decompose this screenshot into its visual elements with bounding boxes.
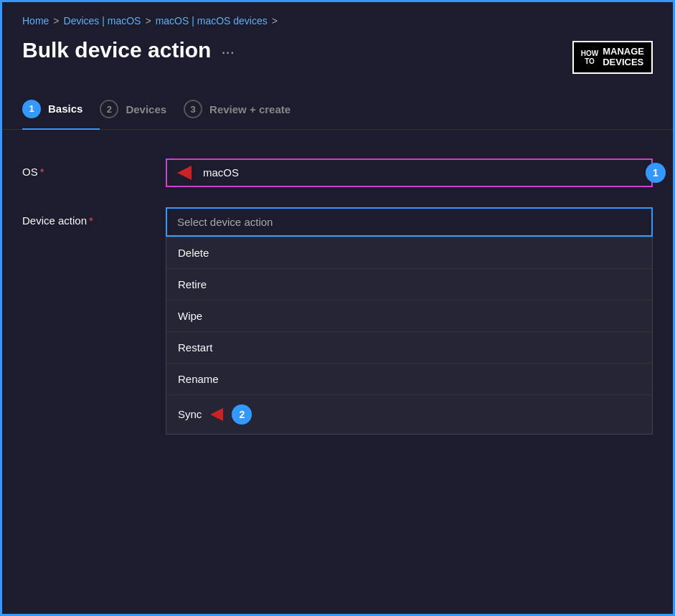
sync-badge: 2 — [232, 404, 252, 425]
logo-to: TO — [585, 57, 595, 65]
tab-devices-label: Devices — [126, 103, 166, 115]
breadcrumb-devices-macos[interactable]: Devices | macOS — [64, 15, 141, 27]
os-control-area: macOS 1 — [166, 158, 653, 187]
logo: HOW TO MANAGE DEVICES — [572, 41, 653, 74]
page-container: Home > Devices | macOS > macOS | macOS d… — [0, 0, 675, 616]
logo-devices: DEVICES — [603, 57, 644, 68]
device-action-required: * — [89, 214, 93, 227]
device-action-placeholder-text: Select device action — [177, 216, 273, 228]
title-area: Bulk device action ··· — [22, 38, 235, 62]
logo-how-to: HOW TO — [581, 49, 598, 65]
breadcrumb: Home > Devices | macOS > macOS | macOS d… — [2, 2, 673, 34]
dropdown-item-rename[interactable]: Rename — [166, 364, 652, 395]
dropdown-item-restart[interactable]: Restart — [166, 332, 652, 364]
os-input[interactable]: macOS — [166, 158, 653, 187]
dropdown-item-delete[interactable]: Delete — [166, 237, 652, 269]
dropdown-item-wipe[interactable]: Wipe — [166, 300, 652, 332]
tab-basics-num: 1 — [22, 100, 41, 118]
breadcrumb-sep-1: > — [53, 15, 59, 27]
logo-how: HOW — [581, 49, 598, 57]
form-content: OS* macOS 1 Device action* — [2, 151, 673, 237]
os-label: OS* — [22, 158, 166, 178]
tab-devices-num: 2 — [100, 100, 118, 118]
logo-manage: MANAGE — [603, 47, 644, 57]
tab-review-create-label: Review + create — [209, 103, 291, 115]
sync-red-arrow — [210, 408, 223, 421]
breadcrumb-sep-3: > — [272, 15, 278, 27]
os-form-row: OS* macOS 1 — [22, 158, 653, 187]
os-badge: 1 — [646, 163, 666, 183]
breadcrumb-sep-2: > — [145, 15, 151, 27]
device-action-label: Device action* — [22, 207, 166, 227]
dropdown-item-retire[interactable]: Retire — [166, 269, 652, 300]
logo-manage-devices: MANAGE DEVICES — [603, 47, 644, 68]
dropdown-list: Delete Retire Wipe Restart Rename Sync 2 — [166, 237, 653, 435]
os-input-wrapper: macOS 1 — [166, 158, 653, 187]
page-title: Bulk device action — [22, 38, 211, 62]
device-action-control-area: Select device action Delete Retire Wipe … — [166, 207, 653, 237]
tab-review-create[interactable]: 3 Review + create — [184, 100, 308, 128]
more-options-button[interactable]: ··· — [221, 43, 234, 62]
device-action-select[interactable]: Select device action — [166, 207, 653, 237]
os-red-arrow — [177, 166, 192, 180]
dropdown-item-sync[interactable]: Sync 2 — [166, 395, 652, 434]
os-value: macOS — [203, 166, 239, 179]
header-row: Bulk device action ··· HOW TO MANAGE DEV… — [2, 34, 673, 88]
tab-review-create-num: 3 — [184, 100, 202, 118]
tab-devices[interactable]: 2 Devices — [100, 100, 184, 128]
device-action-form-row: Device action* Select device action Dele… — [22, 207, 653, 237]
os-value-row: macOS — [177, 166, 615, 180]
sync-label: Sync — [178, 408, 202, 420]
breadcrumb-macos-devices[interactable]: macOS | macOS devices — [156, 15, 268, 27]
breadcrumb-home[interactable]: Home — [22, 15, 49, 27]
device-action-wrapper: Select device action Delete Retire Wipe … — [166, 207, 653, 237]
wizard-tabs: 1 Basics 2 Devices 3 Review + create — [2, 88, 673, 130]
tab-basics[interactable]: 1 Basics — [22, 100, 100, 130]
os-required: * — [40, 166, 44, 178]
tab-basics-label: Basics — [48, 103, 82, 115]
